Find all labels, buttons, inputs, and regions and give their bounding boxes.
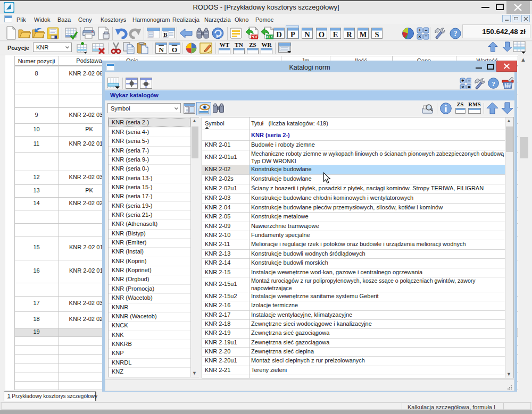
svg-text:−: −	[425, 28, 427, 33]
svg-text:N: N	[304, 30, 310, 39]
svg-text:O: O	[172, 46, 178, 54]
svg-text:E: E	[333, 30, 338, 39]
svg-text:PDF: PDF	[251, 35, 259, 39]
svg-text:?: ?	[492, 80, 495, 88]
svg-text:=: =	[468, 85, 470, 89]
svg-text:D: D	[276, 30, 281, 39]
svg-text:O: O	[319, 30, 325, 39]
svg-text:P: P	[290, 30, 295, 39]
svg-text:×: ×	[461, 85, 464, 89]
svg-text:?: ?	[454, 30, 458, 38]
svg-text:×: ×	[418, 34, 421, 39]
svg-text:N: N	[159, 46, 164, 54]
svg-text:S: S	[375, 30, 379, 39]
svg-text:XLS: XLS	[266, 35, 274, 39]
svg-text:R: R	[346, 30, 352, 39]
svg-text:M: M	[360, 30, 367, 39]
svg-text:+: +	[418, 28, 421, 33]
svg-text:B: B	[163, 31, 168, 38]
svg-text:−: −	[468, 78, 470, 83]
svg-text:+: +	[461, 78, 464, 83]
svg-text:=: =	[425, 34, 427, 39]
